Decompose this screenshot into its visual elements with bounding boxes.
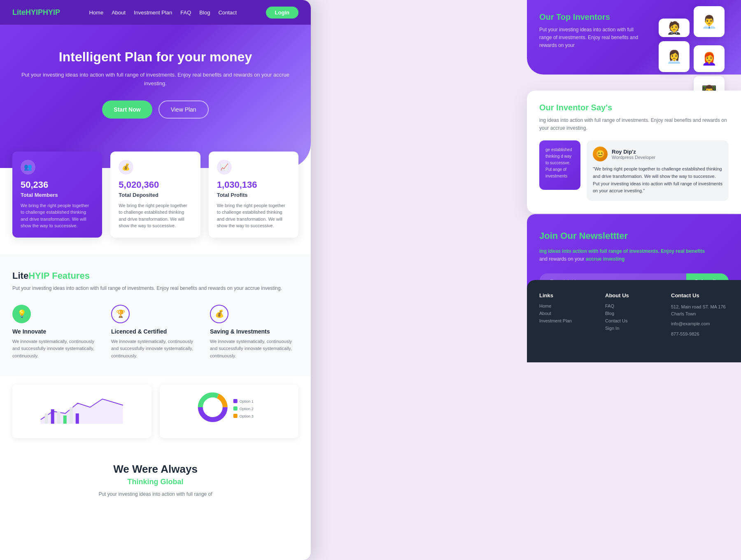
footer-links-title: Links: [539, 292, 597, 299]
logo: LiteHYIPHYIP: [12, 8, 60, 17]
newsletter-text-pre: ing ideas into action with full range of…: [539, 248, 705, 254]
reviewer-details: Roy Dip'z Wordpress Developer: [612, 149, 655, 160]
stats-section: 👥 50,236 Total Members We bring the righ…: [0, 143, 311, 254]
stat-icon-profits: 📈: [217, 160, 232, 175]
testimonial-bubble: 😊 Roy Dip'z Wordpress Developer "We brin…: [587, 140, 729, 201]
features-subtitle: Put your investing ideas into action wit…: [12, 285, 298, 292]
review-text: "We bring right people together to chall…: [593, 166, 722, 194]
footer-col-about: About Us FAQ Blog Contact Us Sign In: [605, 292, 663, 341]
logo-lite: LiteHYIP: [12, 8, 43, 16]
nav-blog[interactable]: Blog: [199, 9, 210, 16]
nav-faq[interactable]: FAQ: [180, 9, 191, 16]
svg-text:Option 1: Option 1: [239, 399, 253, 404]
feature-certified: 🏆 Licenced & Certified We innovate syste…: [111, 305, 200, 360]
features-title-lite: Lite: [12, 271, 28, 281]
hero-title: Intelligent Plan for your money: [16, 49, 294, 65]
stat-label-profits: Total Profits: [217, 192, 290, 198]
features-title-rest: Features: [49, 271, 90, 281]
testimonial-header: Our Inventor Say's: [539, 103, 729, 112]
bottom-cta-subtitle: Thinking Global: [12, 478, 298, 486]
testimonial-subtext: ing ideas into action with full range of…: [539, 117, 729, 132]
nav-contact[interactable]: Contact: [218, 9, 237, 16]
feature-certified-name: Licenced & Certified: [111, 328, 200, 335]
chart-svg-2: Option 1 Option 2 Option 3: [166, 391, 293, 424]
nav-investment-plan[interactable]: Investment Plan: [134, 9, 172, 16]
inventors-title-pre: Our Top: [539, 12, 573, 21]
bottom-cta-title: We Were Always: [12, 463, 298, 476]
svg-text:Option 2: Option 2: [239, 407, 253, 411]
avatar-card-1: 🤵: [659, 19, 690, 37]
reviewer-job-title: Wordpress Developer: [612, 155, 655, 160]
stat-card-members: 👥 50,236 Total Members We bring the righ…: [12, 152, 102, 238]
feature-certified-icon: 🏆: [111, 305, 130, 323]
svg-rect-0: [45, 413, 48, 424]
nav-links: Home About Investment Plan FAQ Blog Cont…: [89, 9, 237, 16]
view-plan-button[interactable]: View Plan: [158, 100, 209, 119]
features-section: LiteHYIP Features Put your investing ide…: [0, 254, 311, 376]
feature-innovate-desc: We innovate systematically, continuously…: [12, 338, 101, 360]
footer-link-faq[interactable]: FAQ: [605, 303, 663, 308]
stat-number-profits: 1,030,136: [217, 180, 290, 190]
features-title-hyip: HYIP: [28, 271, 49, 281]
footer-link-investment[interactable]: Investment Plan: [539, 318, 597, 323]
page-wrapper: LiteHYIPHYIP Home About Investment Plan …: [0, 0, 741, 560]
svg-text:Option 3: Option 3: [239, 414, 253, 418]
stat-icon-deposited: 💰: [119, 160, 133, 175]
nav-about[interactable]: About: [112, 9, 126, 16]
footer-section: Links Home About Investment Plan About U…: [527, 280, 741, 362]
feature-certified-desc: We innovate systematically, continuously…: [111, 338, 200, 360]
stat-number-members: 50,236: [21, 180, 94, 190]
feature-savings-name: Saving & Investments: [210, 328, 298, 335]
logo-hyip: HYIP: [43, 8, 60, 16]
inventors-text: Put your investing ideas into action wit…: [539, 26, 642, 50]
chart-svg-1: [19, 391, 145, 424]
testimonial-left-box: ge established thinking d way to success…: [539, 140, 580, 190]
hero-subtitle: Put your investing ideas into action wit…: [16, 71, 294, 88]
footer-address: 512, Main road ST. MA 176 Charls Town: [671, 303, 729, 317]
chart-preview-1: [12, 385, 151, 438]
footer-phone: 877-559-9826: [671, 331, 729, 338]
footer-link-about[interactable]: About: [539, 311, 597, 316]
avatar-card-3: 👩‍💼: [659, 41, 690, 72]
start-now-button[interactable]: Start Now: [102, 100, 152, 119]
avatar-card-4: 👩‍🦰: [694, 45, 725, 72]
stat-desc-profits: We bring the right people together to ch…: [217, 202, 290, 229]
stat-icon-members: 👥: [21, 160, 35, 175]
login-button[interactable]: Login: [266, 7, 298, 19]
newsletter-text-accent: accrue investing: [586, 256, 625, 262]
feature-innovate-icon: 💡: [12, 305, 31, 323]
svg-rect-9: [233, 399, 237, 403]
svg-rect-5: [76, 413, 79, 424]
reviewer-info: 😊 Roy Dip'z Wordpress Developer: [593, 147, 722, 161]
stat-label-members: Total Members: [21, 192, 94, 198]
avatar-card-2: 👨‍💼: [694, 6, 725, 37]
feature-innovate-name: We Innovate: [12, 328, 101, 335]
navbar: LiteHYIPHYIP Home About Investment Plan …: [0, 0, 311, 25]
footer-link-signin[interactable]: Sign In: [605, 326, 663, 331]
newsletter-title-pre: Join Our: [539, 231, 579, 241]
footer-grid: Links Home About Investment Plan About U…: [539, 292, 729, 341]
nav-home[interactable]: Home: [89, 9, 103, 16]
footer-link-contact[interactable]: Contact Us: [605, 318, 663, 323]
newsletter-title: Join Our Newslettter: [539, 231, 729, 241]
svg-rect-3: [63, 415, 67, 424]
testimonial-header-accent: Say's: [591, 103, 612, 112]
footer-link-blog[interactable]: Blog: [605, 311, 663, 316]
stat-desc-members: We bring the right people together to ch…: [21, 202, 94, 229]
stat-card-profits: 📈 1,030,136 Total Profits We bring the r…: [209, 152, 298, 238]
feature-savings: 💰 Saving & Investments We innovate syste…: [210, 305, 298, 360]
feature-innovate: 💡 We Innovate We innovate systematically…: [12, 305, 101, 360]
newsletter-text: ing ideas into action with full range of…: [539, 247, 729, 263]
svg-rect-13: [233, 414, 237, 418]
features-title: LiteHYIP Features: [12, 271, 298, 281]
stat-label-deposited: Total Deposited: [119, 192, 192, 198]
reviewer-name: Roy Dip'z: [612, 149, 655, 155]
newsletter-title-accent: Newslettter: [579, 231, 628, 241]
footer-col-contact: Contact Us 512, Main road ST. MA 176 Cha…: [671, 292, 729, 341]
testimonial-content: ge established thinking d way to success…: [539, 140, 729, 201]
footer-email: info@example.com: [671, 320, 729, 327]
footer-link-home[interactable]: Home: [539, 303, 597, 308]
bottom-cta: We Were Always Thinking Global Put your …: [0, 455, 311, 511]
stat-number-deposited: 5,020,360: [119, 180, 192, 190]
svg-rect-11: [233, 406, 237, 411]
